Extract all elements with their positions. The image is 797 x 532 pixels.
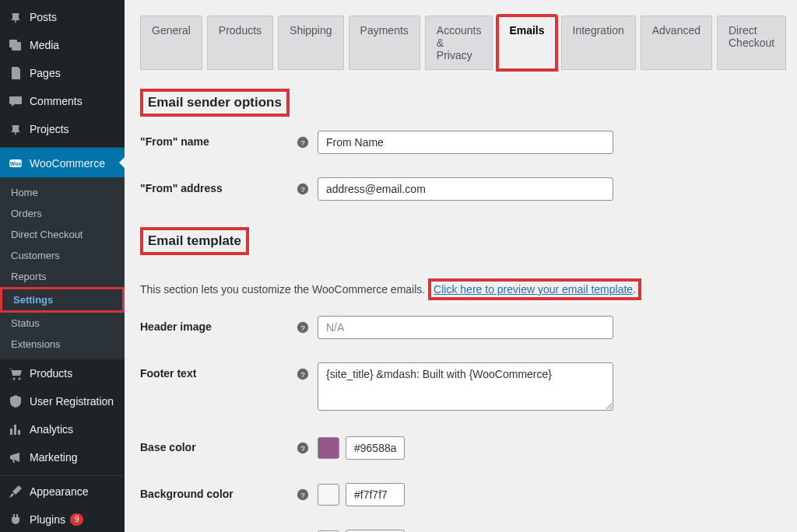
tab-direct-checkout[interactable]: Direct Checkout — [717, 16, 786, 70]
sidebar-item-appearance[interactable]: Appearance — [0, 475, 125, 506]
sidebar-item-comments[interactable]: Comments — [0, 87, 125, 115]
from-name-row: "From" name ? — [140, 131, 781, 154]
sidebar-item-label: WooCommerce — [30, 156, 105, 170]
plugins-count-badge: 9 — [70, 513, 84, 526]
tab-emails[interactable]: Emails — [497, 16, 556, 70]
main-content: General Products Shipping Payments Accou… — [125, 0, 797, 532]
preview-email-template-link[interactable]: Click here to preview your email templat… — [434, 283, 633, 296]
sidebar-item-plugins[interactable]: Plugins 9 — [0, 506, 125, 532]
background-color-input[interactable] — [346, 483, 405, 506]
email-template-heading: Email template — [140, 227, 249, 255]
sidebar-sub-reports[interactable]: Reports — [0, 266, 125, 287]
help-icon[interactable]: ? — [296, 182, 310, 196]
sidebar-item-user-registration[interactable]: User Registration — [0, 387, 125, 415]
sidebar-item-pages[interactable]: Pages — [0, 59, 125, 87]
help-icon[interactable]: ? — [296, 441, 310, 455]
sidebar-item-label: Marketing — [30, 450, 77, 464]
pin-icon — [8, 9, 23, 25]
svg-point-3 — [19, 378, 21, 380]
base-color-swatch[interactable] — [318, 437, 339, 459]
base-color-label: Base color — [140, 436, 296, 453]
background-color-row: Background color ? — [140, 483, 781, 506]
sidebar-sub-extensions[interactable]: Extensions — [0, 334, 125, 355]
svg-text:Woo: Woo — [9, 161, 21, 166]
svg-text:?: ? — [300, 185, 305, 194]
base-color-row: Base color ? — [140, 436, 781, 460]
sidebar-sub-direct-checkout[interactable]: Direct Checkout — [0, 224, 125, 245]
sidebar-sub-status[interactable]: Status — [0, 313, 125, 334]
admin-sidebar: Posts Media Pages Comments Projects Woo … — [0, 0, 125, 532]
pin-icon — [8, 121, 23, 137]
tab-products[interactable]: Products — [207, 16, 273, 70]
settings-tabs: General Products Shipping Payments Accou… — [140, 16, 781, 70]
sidebar-item-label: Pages — [30, 66, 61, 80]
email-template-description: This section lets you customize the WooC… — [140, 278, 781, 300]
sidebar-item-products[interactable]: Products — [0, 359, 125, 387]
sidebar-item-label: Projects — [30, 122, 69, 136]
background-color-label: Background color — [140, 483, 296, 500]
svg-text:?: ? — [300, 324, 305, 332]
brush-icon — [8, 484, 23, 499]
sidebar-sub-customers[interactable]: Customers — [0, 245, 125, 266]
tab-advanced[interactable]: Advanced — [641, 16, 712, 70]
sidebar-item-label: Posts — [30, 10, 57, 24]
sidebar-item-label: Comments — [30, 94, 83, 108]
sidebar-item-label: Media — [30, 38, 59, 52]
tab-payments[interactable]: Payments — [349, 16, 420, 70]
footer-text-label: Footer text — [140, 362, 296, 380]
svg-text:?: ? — [300, 444, 305, 453]
plug-icon — [8, 512, 23, 527]
sidebar-item-woocommerce[interactable]: Woo WooCommerce — [0, 147, 125, 177]
sidebar-item-label: Products — [30, 366, 72, 380]
sidebar-item-analytics[interactable]: Analytics — [0, 415, 125, 443]
sidebar-item-projects[interactable]: Projects — [0, 115, 125, 143]
sidebar-item-label: Analytics — [30, 422, 73, 436]
sidebar-item-label: User Registration — [30, 394, 114, 408]
sidebar-item-media[interactable]: Media — [0, 31, 125, 59]
tab-accounts-privacy[interactable]: Accounts & Privacy — [425, 16, 493, 70]
tab-integration[interactable]: Integration — [561, 16, 636, 70]
sidebar-item-label: Plugins — [30, 513, 65, 527]
base-color-input[interactable] — [346, 436, 405, 460]
cart-icon — [8, 366, 23, 381]
sidebar-submenu: Home Orders Direct Checkout Customers Re… — [0, 177, 125, 359]
help-icon[interactable]: ? — [296, 135, 310, 149]
sidebar-sub-settings[interactable]: Settings — [0, 287, 125, 313]
sidebar-item-posts[interactable]: Posts — [0, 3, 125, 31]
svg-point-2 — [13, 378, 16, 380]
help-icon[interactable]: ? — [296, 488, 310, 502]
tab-general[interactable]: General — [140, 16, 202, 70]
pages-icon — [8, 65, 23, 81]
bullhorn-icon — [8, 450, 23, 465]
header-image-label: Header image — [140, 316, 296, 333]
chart-icon — [8, 422, 23, 437]
header-image-input[interactable] — [318, 316, 613, 339]
help-icon[interactable]: ? — [296, 320, 310, 334]
svg-text:?: ? — [300, 491, 305, 499]
from-address-input[interactable] — [318, 177, 613, 201]
sidebar-item-label: Appearance — [30, 485, 89, 499]
woocommerce-icon: Woo — [8, 156, 23, 171]
help-icon[interactable]: ? — [296, 367, 310, 381]
sidebar-sub-orders[interactable]: Orders — [0, 203, 125, 224]
shield-icon — [8, 394, 23, 409]
from-address-label: "From" address — [140, 177, 296, 194]
svg-text:?: ? — [300, 138, 305, 147]
footer-text-row: Footer text ? {site_title} &mdash: Built… — [140, 362, 781, 413]
sidebar-item-marketing[interactable]: Marketing — [0, 443, 125, 471]
footer-text-input[interactable]: {site_title} &mdash: Built with {WooComm… — [318, 362, 613, 411]
email-sender-options-heading: Email sender options — [140, 89, 290, 117]
sidebar-sub-home[interactable]: Home — [0, 182, 125, 203]
comment-icon — [8, 93, 23, 109]
svg-text:?: ? — [300, 370, 305, 379]
media-icon — [8, 37, 23, 53]
background-color-swatch[interactable] — [318, 484, 339, 506]
from-name-input[interactable] — [318, 131, 613, 154]
from-name-label: "From" name — [140, 131, 296, 148]
header-image-row: Header image ? — [140, 316, 781, 339]
tab-shipping[interactable]: Shipping — [278, 16, 344, 70]
from-address-row: "From" address ? — [140, 177, 781, 201]
